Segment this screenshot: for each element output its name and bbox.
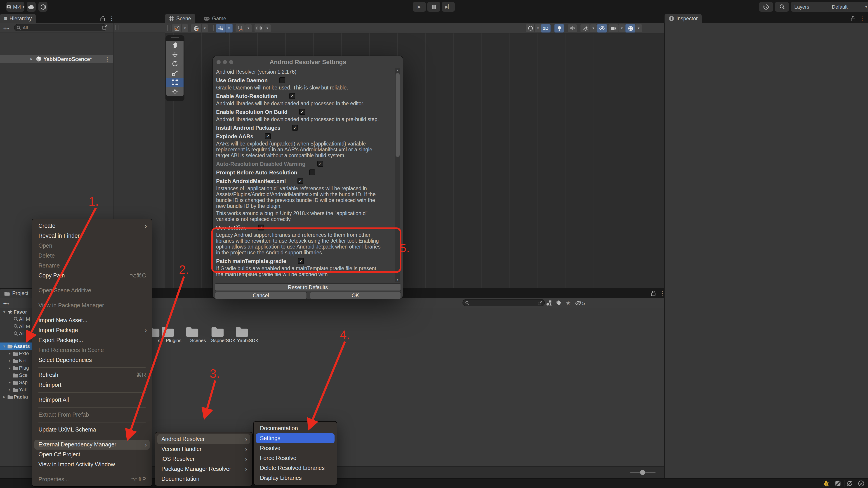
- hidden-objects-toggle[interactable]: [597, 24, 607, 33]
- audio-toggle[interactable]: [567, 24, 577, 33]
- handle-rotation-dropdown[interactable]: ▾: [201, 24, 209, 33]
- android-submenu-item-display-libraries[interactable]: Display Libraries: [256, 473, 335, 483]
- context-menu-item-view-in-package-manager[interactable]: View in Package Manager: [34, 300, 150, 311]
- hierarchy-picker-button[interactable]: [102, 24, 107, 30]
- setting-checkbox[interactable]: ✓: [298, 178, 304, 184]
- play-button[interactable]: ▶: [413, 2, 426, 12]
- edm-submenu-item-android-resolver[interactable]: Android Resolver›: [157, 434, 250, 444]
- rect-tool-button[interactable]: [166, 78, 184, 87]
- context-menu-item-open-c-project[interactable]: Open C# Project: [34, 450, 150, 459]
- tab-scene[interactable]: Scene: [165, 14, 195, 23]
- edm-submenu-item-documentation[interactable]: Documentation: [157, 474, 250, 484]
- effects-dropdown[interactable]: ▾: [590, 24, 597, 33]
- move-tool-button[interactable]: [166, 50, 184, 59]
- hierarchy-add-button[interactable]: +▾: [3, 24, 9, 32]
- scrollbar-thumb[interactable]: [396, 73, 400, 157]
- drag-handle-icon[interactable]: [211, 25, 214, 31]
- auto-refresh-status-icon[interactable]: [846, 480, 853, 487]
- setting-checkbox[interactable]: [309, 169, 315, 175]
- ok-button[interactable]: OK: [310, 292, 401, 299]
- tree-expand-icon[interactable]: ▾: [2, 344, 7, 348]
- scroll-up-icon[interactable]: ▲: [395, 69, 400, 72]
- android-submenu-item-delete-resolved-libraries[interactable]: Delete Resolved Libraries: [256, 463, 335, 473]
- edm-submenu-item-ios-resolver[interactable]: iOS Resolver›: [157, 454, 250, 464]
- tree-expand-icon[interactable]: ▸: [7, 387, 12, 392]
- kebab-icon[interactable]: ⋮: [104, 55, 110, 63]
- context-menu-item-view-in-import-activity-window[interactable]: View in Import Activity Window: [34, 459, 150, 469]
- pivot-mode-dropdown[interactable]: ▾: [181, 24, 188, 33]
- folder-item-sspnetsdk[interactable]: SspnetSDK: [211, 326, 236, 343]
- setting-checkbox[interactable]: ✓: [299, 109, 305, 115]
- scale-tool-button[interactable]: [166, 68, 184, 78]
- gizmos-dropdown[interactable]: ▾: [635, 24, 643, 33]
- tab-inspector[interactable]: Inspector: [664, 14, 702, 23]
- tab-game[interactable]: Game: [199, 14, 230, 23]
- step-button[interactable]: ▶▏: [442, 2, 455, 12]
- kebab-icon[interactable]: ⋮: [860, 15, 865, 22]
- context-menu-item-properties[interactable]: Properties...⌥⇧P: [34, 475, 150, 484]
- edm-submenu-item-package-manager-resolver[interactable]: Package Manager Resolver›: [157, 464, 250, 474]
- plastic-scm-button[interactable]: [38, 2, 48, 12]
- context-menu-item-extract-from-prefab[interactable]: Extract From Prefab: [34, 410, 150, 420]
- transform-tool-button[interactable]: [166, 87, 184, 96]
- favorites-star-icon[interactable]: ★: [565, 300, 571, 306]
- project-add-button[interactable]: +▾: [3, 300, 9, 307]
- zoom-slider-knob[interactable]: [640, 470, 645, 475]
- setting-checkbox[interactable]: ✓: [292, 125, 298, 131]
- setting-checkbox[interactable]: ✓: [265, 133, 271, 139]
- context-menu-item-import-new-asset[interactable]: Import New Asset...: [34, 315, 150, 325]
- edm-submenu-item-version-handler[interactable]: Version Handler›: [157, 444, 250, 454]
- palette-drag-handle[interactable]: [166, 37, 184, 41]
- android-submenu-item-force-resolve[interactable]: Force Resolve: [256, 453, 335, 463]
- hierarchy-scene-row[interactable]: ▸ YabbiDemoScence* ⋮: [0, 55, 113, 63]
- setting-checkbox[interactable]: ✓: [258, 225, 264, 230]
- unlock-icon[interactable]: [651, 291, 655, 296]
- tree-expand-icon[interactable]: ▸: [7, 359, 12, 363]
- android-submenu-item-settings[interactable]: Settings: [256, 433, 335, 443]
- setting-checkbox[interactable]: ✓: [289, 93, 295, 99]
- search-by-label-icon[interactable]: [556, 300, 561, 306]
- setting-checkbox[interactable]: ✓: [298, 258, 304, 264]
- cancel-button[interactable]: Cancel: [215, 292, 307, 299]
- setting-checkbox[interactable]: [279, 77, 285, 83]
- context-menu-item-copy-path[interactable]: Copy Path⌥⌘C: [34, 271, 150, 281]
- progress-ok-status-icon[interactable]: [858, 480, 864, 487]
- kebab-icon[interactable]: ⋮: [659, 290, 665, 297]
- hand-tool-button[interactable]: [166, 41, 184, 50]
- folder-item-plugins[interactable]: Plugins: [161, 326, 186, 343]
- context-menu-item-find-references-in-scene[interactable]: Find References In Scene: [34, 345, 150, 355]
- camera-settings-dropdown[interactable]: ▾: [618, 24, 626, 33]
- lighting-toggle[interactable]: [554, 24, 564, 33]
- reset-to-defaults-button[interactable]: Reset to Defaults: [215, 283, 401, 291]
- context-menu-item-rename[interactable]: Rename: [34, 261, 150, 271]
- layers-dropdown[interactable]: Layers▾: [791, 2, 833, 12]
- grid-snap-dropdown[interactable]: ▾: [245, 24, 252, 33]
- pivot-mode-button[interactable]: [171, 24, 182, 33]
- folder-item-scenes[interactable]: Scenes: [185, 326, 211, 343]
- hidden-count-toggle[interactable]: 5: [575, 300, 585, 306]
- grid-snap-button[interactable]: [235, 24, 246, 33]
- context-menu-item-select-dependencies[interactable]: Select Dependencies: [34, 355, 150, 365]
- camera-settings-button[interactable]: [608, 24, 619, 33]
- folder-item-yabbisdk[interactable]: YabbiSDK: [235, 326, 260, 343]
- context-menu-item-external-dependency-manager[interactable]: External Dependency Manager›: [34, 440, 150, 450]
- gizmos-toggle[interactable]: [625, 24, 636, 33]
- open-new-icon[interactable]: [537, 300, 542, 305]
- unlock-icon[interactable]: [100, 16, 105, 21]
- context-menu-item-refresh[interactable]: Refresh⌘R: [34, 370, 150, 380]
- tab-hierarchy[interactable]: ≡ Hierarchy: [0, 14, 36, 23]
- context-menu-item-create[interactable]: Create›: [34, 221, 150, 231]
- pause-button[interactable]: [427, 2, 440, 12]
- search-everywhere-button[interactable]: [775, 2, 789, 12]
- scroll-down-icon[interactable]: ▼: [395, 278, 400, 281]
- project-search-input[interactable]: [463, 299, 545, 306]
- tree-expand-icon[interactable]: ▾: [2, 310, 7, 314]
- setting-checkbox[interactable]: ✓: [317, 161, 323, 167]
- search-by-type-icon[interactable]: [546, 300, 552, 306]
- effects-toggle[interactable]: [580, 24, 590, 33]
- context-menu-item-import-package[interactable]: Import Package›: [34, 325, 150, 335]
- collapse-arrow-icon[interactable]: ▸: [29, 57, 34, 61]
- tree-expand-icon[interactable]: ▸: [7, 380, 12, 384]
- cache-server-status-icon[interactable]: [835, 480, 841, 487]
- rotate-tool-button[interactable]: [166, 59, 184, 68]
